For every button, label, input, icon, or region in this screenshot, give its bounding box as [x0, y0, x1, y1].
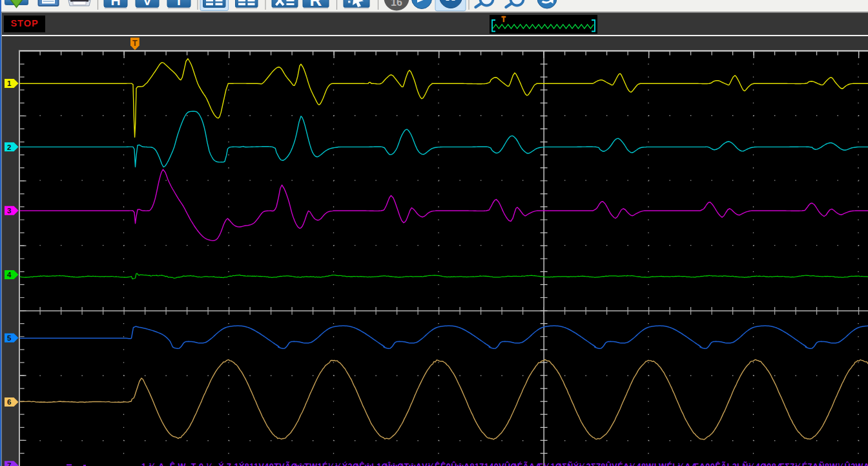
svg-text:T: T [175, 0, 183, 8]
svg-text:H: H [110, 0, 120, 8]
svg-text:4: 4 [7, 271, 12, 279]
svg-text:T: T [132, 39, 138, 48]
svg-text:7: 7 [7, 461, 11, 466]
svg-text:3: 3 [7, 206, 11, 214]
svg-text:1 ¼ Δ Ê W T 0 ½ Ý 7 1Ý811V4: 1 ¼ Δ Ê W T 0 ½ Ý 7 1Ý811V40TVÃØŵTW1É½¼Ý… [141, 461, 868, 466]
svg-text:6: 6 [7, 398, 11, 406]
svg-text:16: 16 [391, 0, 402, 8]
svg-text:5: 5 [7, 334, 12, 341]
svg-text:1: 1 [7, 79, 12, 87]
svg-text:V: V [143, 0, 152, 8]
svg-text:2: 2 [7, 143, 11, 151]
